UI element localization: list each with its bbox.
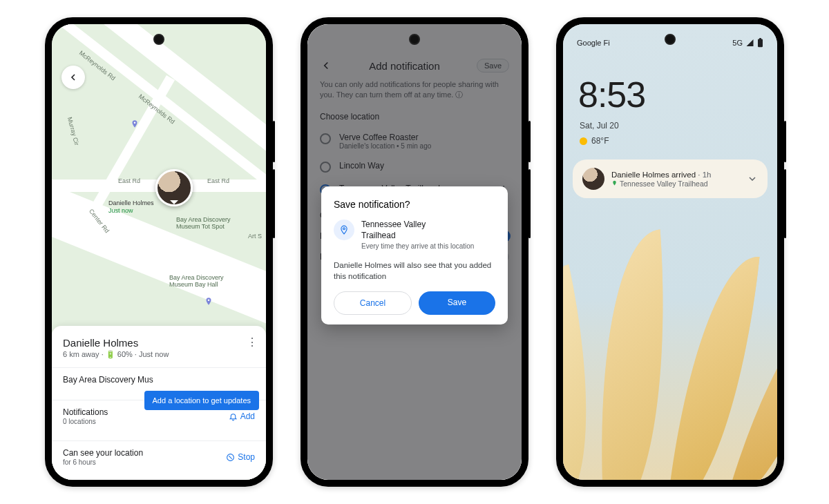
lockscreen-clock: 8:53 — [578, 74, 645, 115]
person-avatar-pin[interactable] — [155, 169, 193, 206]
notification-avatar — [582, 168, 604, 190]
svg-point-0 — [134, 122, 136, 124]
share-visibility-row: Can see your location for 6 hours Stop — [52, 440, 266, 473]
svg-point-1 — [208, 299, 210, 301]
sun-icon — [580, 137, 587, 145]
phone-maps-share: McReynolds Rd McReynolds Rd Murray Cir C… — [45, 17, 273, 487]
chevron-down-icon[interactable] — [747, 173, 758, 184]
person-name: Danielle Holmes — [63, 337, 255, 349]
phone-add-notification: Add notification Save You can only add n… — [301, 17, 528, 487]
bell-add-icon — [229, 412, 238, 421]
save-notification-dialog: Save notification? Tennessee Valley Trai… — [321, 186, 508, 324]
network-type: 5G — [732, 39, 743, 47]
phone-lockscreen: Google Fi 5G 8:53 Sat, Jul 20 68°F Danie… — [556, 17, 784, 487]
svg-point-3 — [343, 228, 345, 230]
signal-icon — [745, 39, 754, 47]
carrier-label: Google Fi — [577, 39, 610, 47]
current-location-row[interactable]: Bay Area Discovery Mus — [52, 367, 266, 391]
person-bottom-sheet: Danielle Holmes 6 km away · 🔋 60% · Just… — [52, 326, 266, 480]
notification-title: Danielle Holmes arrived · 1h — [611, 171, 740, 179]
overflow-menu-button[interactable]: ⋮ — [247, 336, 256, 349]
svg-rect-4 — [758, 39, 763, 47]
dialog-place: Tennessee Valley Trailhead — [361, 220, 451, 241]
pin-small-icon — [611, 180, 618, 186]
weather-chip[interactable]: 68°F — [580, 136, 609, 146]
add-location-tooltip: Add a location to get updates — [144, 391, 260, 410]
person-meta: 6 km away · 🔋 60% · Just now — [63, 350, 255, 359]
notification-card[interactable]: Danielle Holmes arrived · 1h Tennessee V… — [573, 159, 768, 198]
dialog-place-sub: Every time they arrive at this location — [361, 242, 474, 250]
location-pin-icon — [334, 220, 354, 240]
arrow-left-icon — [68, 72, 79, 83]
svg-rect-5 — [759, 38, 761, 39]
notification-subtitle: Tennessee Valley Trailhead — [611, 180, 740, 188]
add-notification-button[interactable]: Add — [229, 411, 255, 421]
notifications-row: Add a location to get updates Notificati… — [52, 400, 266, 432]
stop-sharing-button[interactable]: Stop — [226, 452, 255, 462]
back-button[interactable] — [61, 66, 85, 89]
status-bar: Google Fi 5G — [563, 38, 777, 48]
dialog-note: Danielle Holmes will also see that you a… — [334, 260, 495, 282]
save-button[interactable]: Save — [419, 291, 495, 315]
cancel-button[interactable]: Cancel — [334, 291, 412, 315]
map-pin-icon — [130, 119, 140, 129]
map-pin-icon — [204, 297, 213, 307]
lockscreen-date: Sat, Jul 20 — [580, 121, 619, 130]
dialog-title: Save notification? — [334, 199, 495, 210]
stop-icon — [226, 453, 235, 462]
battery-icon — [757, 38, 763, 48]
